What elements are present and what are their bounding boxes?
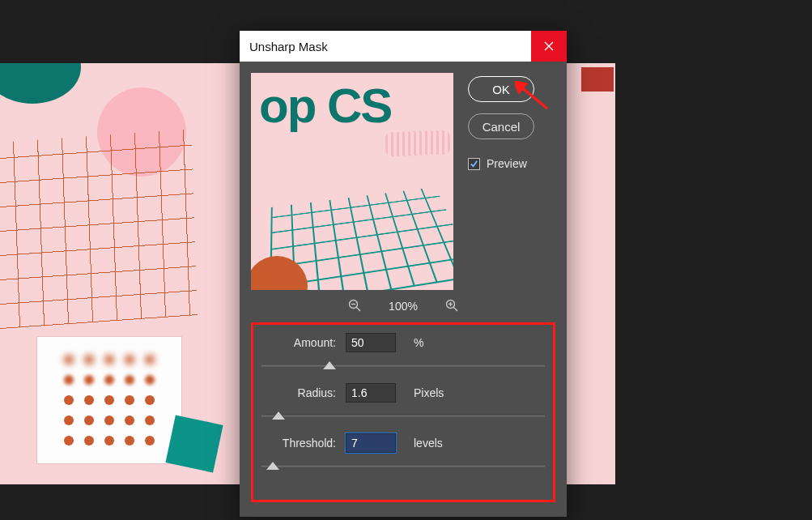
close-icon [544,40,554,53]
amount-slider-thumb[interactable] [323,361,336,369]
shape-orange-grid [0,130,198,330]
zoom-in-icon [445,299,458,314]
cancel-button[interactable]: Cancel [468,113,534,139]
zoom-out-icon [348,299,361,314]
dot-pattern-card [36,336,182,464]
threshold-input[interactable] [346,433,396,453]
zoom-in-button[interactable] [442,296,461,316]
threshold-slider[interactable] [261,456,545,475]
shape-teal-corner [0,63,81,104]
preview-checkbox-row[interactable]: Preview [468,157,555,170]
svg-line-2 [356,307,360,311]
zoom-level-label: 100% [389,300,418,313]
dialog-titlebar[interactable]: Unsharp Mask [240,31,567,62]
cancel-button-label: Cancel [483,120,521,134]
red-stripe [581,67,614,92]
radius-unit: Pixels [409,386,546,399]
preview-pane[interactable]: op CS [251,73,453,290]
preview-checkbox[interactable] [468,158,480,170]
shape-teal-square [165,415,223,472]
svg-line-5 [453,307,457,311]
radius-slider[interactable] [261,406,545,425]
preview-checkbox-label: Preview [487,157,527,170]
amount-input[interactable] [346,333,396,352]
threshold-label: Threshold: [260,437,341,450]
unsharp-mask-dialog: Unsharp Mask op CS OK Cancel [240,31,567,517]
radius-slider-thumb[interactable] [272,411,285,420]
threshold-control: Threshold: levels [260,433,546,453]
radius-label: Radius: [260,386,341,399]
amount-control: Amount: % [260,333,546,352]
close-button[interactable] [531,31,567,62]
amount-unit: % [409,336,546,349]
annotation-highlight-box: Amount: % Radius: Pixels Threshold: lev [251,322,555,502]
preview-scribble [385,130,451,157]
zoom-out-button[interactable] [345,296,364,316]
threshold-unit: levels [409,437,546,450]
ok-button[interactable]: OK [468,76,534,102]
threshold-slider-thumb[interactable] [266,462,279,470]
radius-input[interactable] [346,383,396,403]
amount-label: Amount: [260,336,341,349]
dialog-title: Unsharp Mask [249,40,328,53]
amount-slider[interactable] [261,356,545,375]
preview-artwork-text: op CS [259,78,391,134]
ok-button-label: OK [492,83,510,96]
radius-control: Radius: Pixels [260,383,546,403]
